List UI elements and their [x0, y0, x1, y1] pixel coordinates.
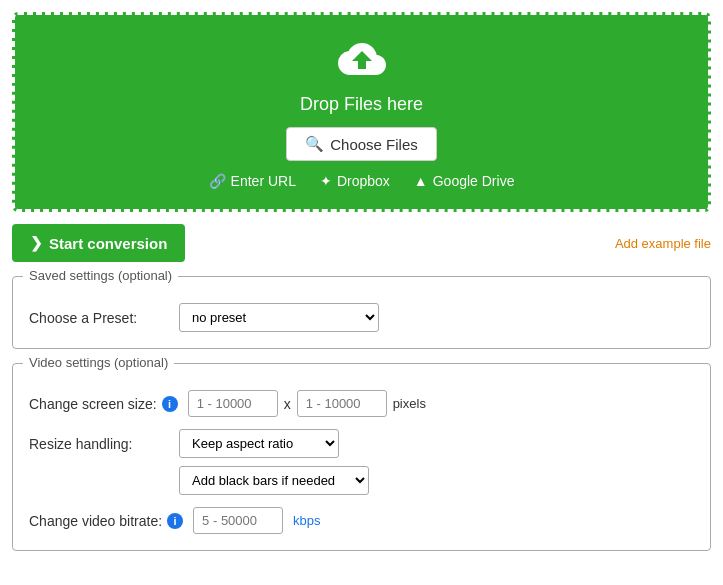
link-icon: 🔗 — [209, 173, 226, 189]
resize-handling-select[interactable]: Keep aspect ratio Stretch Crop — [179, 429, 339, 458]
bitrate-input[interactable] — [193, 507, 283, 534]
bitrate-row: Change video bitrate: i kbps — [29, 507, 694, 534]
preset-label: Choose a Preset: — [29, 310, 169, 326]
screen-size-row: Change screen size: i x pixels — [29, 390, 694, 417]
google-drive-link[interactable]: ▲ Google Drive — [414, 173, 515, 189]
preset-row: Choose a Preset: no preset — [29, 303, 694, 332]
enter-url-label: Enter URL — [231, 173, 296, 189]
preset-select[interactable]: no preset — [179, 303, 379, 332]
saved-settings-section: Saved settings (optional) Choose a Prese… — [12, 276, 711, 349]
video-settings-section: Video settings (optional) Change screen … — [12, 363, 711, 551]
enter-url-link[interactable]: 🔗 Enter URL — [209, 173, 296, 189]
dropbox-link[interactable]: ✦ Dropbox — [320, 173, 390, 189]
black-bars-select[interactable]: Add black bars if needed No black bars — [179, 466, 369, 495]
dropbox-icon: ✦ — [320, 173, 332, 189]
choose-files-button[interactable]: 🔍 Choose Files — [286, 127, 437, 161]
size-input-row: x pixels — [188, 390, 426, 417]
screen-size-label: Change screen size: i — [29, 396, 178, 412]
screen-size-info-icon[interactable]: i — [162, 396, 178, 412]
bitrate-info-icon[interactable]: i — [167, 513, 183, 529]
drop-files-text: Drop Files here — [35, 94, 688, 115]
upload-dropzone[interactable]: Drop Files here 🔍 Choose Files 🔗 Enter U… — [12, 12, 711, 212]
start-conversion-button[interactable]: ❯ Start conversion — [12, 224, 185, 262]
black-bars-row: Add black bars if needed No black bars — [179, 466, 694, 495]
bitrate-label: Change video bitrate: i — [29, 513, 183, 529]
chevron-right-icon: ❯ — [30, 234, 43, 252]
add-example-link[interactable]: Add example file — [615, 236, 711, 251]
kbps-label: kbps — [293, 513, 320, 528]
pixels-label: pixels — [393, 396, 426, 411]
toolbar-row: ❯ Start conversion Add example file — [12, 224, 711, 262]
upload-icon — [338, 35, 386, 86]
screen-width-input[interactable] — [188, 390, 278, 417]
search-icon: 🔍 — [305, 135, 324, 153]
video-settings-legend: Video settings (optional) — [23, 355, 174, 370]
google-drive-icon: ▲ — [414, 173, 428, 189]
resize-handling-label: Resize handling: — [29, 436, 169, 452]
google-drive-label: Google Drive — [433, 173, 515, 189]
size-x-separator: x — [284, 396, 291, 412]
add-example-label: Add example file — [615, 236, 711, 251]
resize-handling-row: Resize handling: Keep aspect ratio Stret… — [29, 429, 694, 458]
choose-files-label: Choose Files — [330, 136, 418, 153]
start-conversion-label: Start conversion — [49, 235, 167, 252]
dropbox-label: Dropbox — [337, 173, 390, 189]
saved-settings-legend: Saved settings (optional) — [23, 268, 178, 283]
screen-height-input[interactable] — [297, 390, 387, 417]
